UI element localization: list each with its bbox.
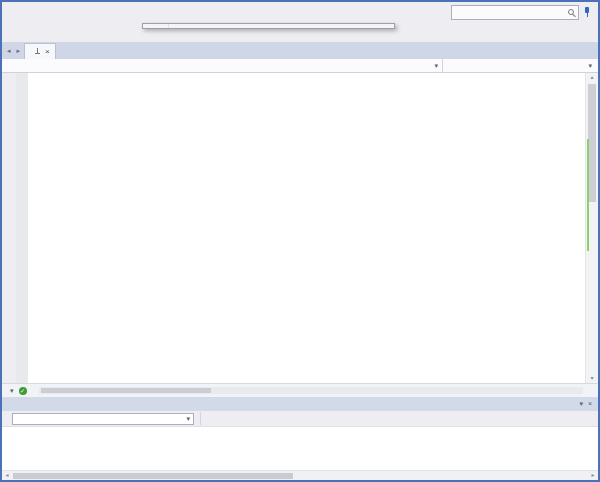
bottom-scroll-thumb[interactable]: [13, 473, 293, 479]
search-input[interactable]: [451, 5, 579, 20]
search-icon: [568, 9, 574, 15]
output-source-dropdown[interactable]: ▾: [12, 413, 194, 425]
build-menu: [142, 23, 395, 29]
glyph-margin: [16, 73, 28, 383]
tab-scroll-left-icon[interactable]: ◂: [5, 47, 13, 59]
scroll-down-icon[interactable]: ▾: [586, 374, 598, 383]
code-pane[interactable]: [16, 73, 585, 383]
scroll-right-icon[interactable]: ▸: [588, 471, 598, 480]
chevron-down-icon: ▾: [186, 415, 190, 423]
pin-icon[interactable]: [582, 6, 592, 19]
scrollbar-thumb[interactable]: [588, 84, 596, 202]
check-circle-icon: ✓: [19, 387, 27, 395]
project-dropdown[interactable]: ▾: [2, 59, 443, 72]
editor-status-bar: ▾ ✓: [2, 383, 598, 397]
chevron-down-icon: ▾: [434, 62, 438, 70]
document-health-indicator[interactable]: ✓: [19, 387, 30, 395]
close-tab-icon[interactable]: ×: [45, 48, 50, 56]
toolbar-separator: [200, 412, 201, 425]
output-toolbar: ▾: [2, 411, 598, 427]
side-tab-strip: [2, 73, 16, 383]
scroll-left-icon[interactable]: ◂: [2, 471, 12, 480]
horizontal-scrollbar[interactable]: [39, 387, 583, 394]
visual-studio-window: ◂ ▸ × ▾ ▾ ▴ ▾: [0, 0, 600, 482]
vertical-scrollbar[interactable]: ▴ ▾: [585, 73, 598, 383]
zoom-dropdown[interactable]: ▾: [8, 387, 14, 395]
chevron-down-icon: ▾: [588, 62, 592, 70]
member-dropdown[interactable]: ▾: [443, 59, 598, 72]
hscroll-thumb[interactable]: [41, 388, 211, 393]
tab-class1-cs[interactable]: ×: [24, 43, 56, 59]
main-area: ▴ ▾: [2, 73, 598, 383]
window-position-icon[interactable]: ▾: [579, 400, 583, 408]
output-lines[interactable]: [2, 427, 598, 470]
change-mark: [587, 139, 589, 251]
pin-tab-icon[interactable]: [34, 48, 41, 56]
output-window-buttons: ▾ ×: [579, 400, 592, 408]
chevron-down-icon: ▾: [10, 387, 14, 395]
menubar: [2, 2, 598, 22]
tab-scroll-right-icon[interactable]: ▸: [15, 47, 23, 59]
bottom-scrollbar[interactable]: ◂ ▸: [2, 470, 598, 480]
output-panel-header[interactable]: ▾ ×: [2, 397, 598, 411]
navigation-bar: ▾ ▾: [2, 59, 598, 73]
document-tab-strip: ◂ ▸ ×: [2, 42, 598, 59]
code-editor[interactable]: ▴ ▾: [16, 73, 598, 383]
scroll-up-icon[interactable]: ▴: [586, 73, 598, 82]
close-output-icon[interactable]: ×: [588, 400, 592, 408]
